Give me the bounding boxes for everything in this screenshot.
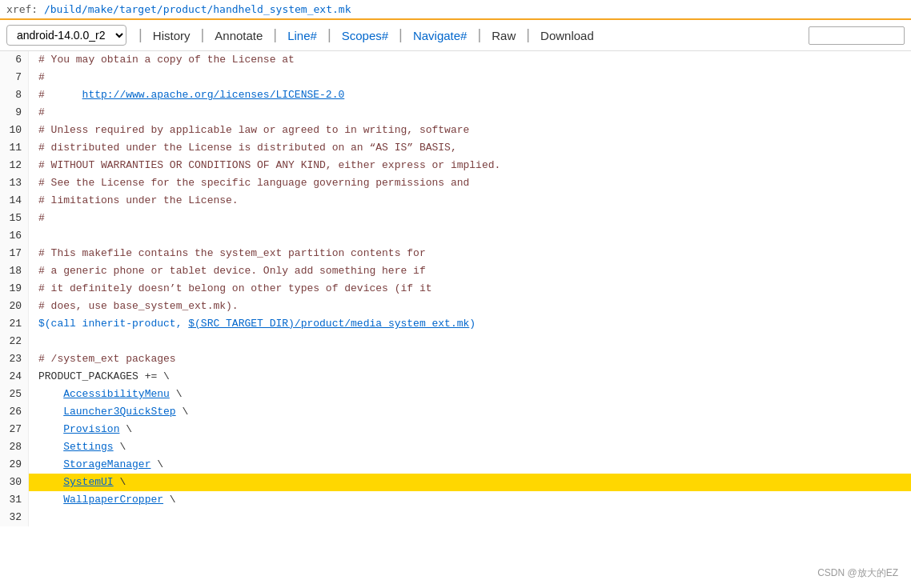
line-content: StorageManager \	[29, 456, 163, 474]
line-number: 19	[0, 280, 29, 298]
line-content: PRODUCT_PACKAGES += \	[29, 368, 170, 386]
package-link[interactable]: Provision	[63, 423, 119, 435]
line-number: 27	[0, 421, 29, 438]
line-number: 12	[0, 157, 29, 174]
sep-2: |	[198, 27, 207, 43]
search-input[interactable]	[809, 26, 905, 45]
sep-7: |	[524, 27, 532, 43]
line-number: 29	[0, 456, 29, 474]
license-link[interactable]: http://www.apache.org/licenses/LICENSE-2…	[82, 89, 345, 101]
line-number: 16	[0, 227, 29, 245]
table-row: 18# a generic phone or tablet device. On…	[0, 262, 911, 280]
package-link[interactable]: Launcher3QuickStep	[63, 406, 175, 418]
download-link[interactable]: Download	[536, 29, 599, 42]
line-content: # limitations under the License.	[29, 192, 239, 210]
scopes-link[interactable]: Scopes#	[337, 29, 393, 42]
line-number: 20	[0, 298, 29, 315]
line-content: #	[29, 210, 45, 227]
xref-bar: xref: /build/make/target/product/handhel…	[0, 0, 911, 20]
line-content: # distributed under the License is distr…	[29, 139, 457, 157]
table-row: 11# distributed under the License is dis…	[0, 139, 911, 157]
lineno-link[interactable]: Line#	[283, 29, 322, 42]
line-content: # WITHOUT WARRANTIES OR CONDITIONS OF AN…	[29, 157, 500, 174]
table-row: 13# See the License for the specific lan…	[0, 174, 911, 192]
call-keyword: $(call inherit-product,	[38, 318, 188, 330]
table-row: 28 Settings \	[0, 438, 911, 456]
sep-3: |	[271, 27, 279, 43]
table-row: 8# http://www.apache.org/licenses/LICENS…	[0, 86, 911, 104]
table-row: 15#	[0, 210, 911, 227]
line-content	[29, 333, 38, 350]
line-content: # http://www.apache.org/licenses/LICENSE…	[29, 86, 344, 104]
watermark: CSDN @放大的EZ	[817, 566, 898, 580]
line-number: 30	[0, 474, 29, 491]
version-select[interactable]: android-14.0.0_r2android-13.0.0_r1androi…	[6, 25, 126, 46]
line-number: 22	[0, 333, 29, 350]
line-number: 28	[0, 438, 29, 456]
inherit-product-link[interactable]: $(SRC_TARGET_DIR)/product/media_system_e…	[188, 318, 469, 330]
line-number: 18	[0, 262, 29, 280]
table-row: 32	[0, 509, 911, 526]
line-number: 32	[0, 509, 29, 526]
table-row: 30 SystemUI \	[0, 474, 911, 491]
line-number: 10	[0, 122, 29, 139]
line-number: 7	[0, 69, 29, 86]
table-row: 10# Unless required by applicable law or…	[0, 122, 911, 139]
line-number: 21	[0, 315, 29, 333]
package-link[interactable]: WallpaperCropper	[63, 494, 163, 506]
table-row: 22	[0, 333, 911, 350]
line-number: 13	[0, 174, 29, 192]
table-row: 31 WallpaperCropper \	[0, 491, 911, 509]
sep-5: |	[396, 27, 405, 43]
package-link[interactable]: SystemUI	[63, 476, 113, 488]
line-number: 25	[0, 386, 29, 403]
table-row: 14# limitations under the License.	[0, 192, 911, 210]
table-row: 17# This makefile contains the system_ex…	[0, 245, 911, 262]
line-content	[29, 227, 38, 245]
line-number: 24	[0, 368, 29, 386]
package-link[interactable]: StorageManager	[63, 458, 150, 470]
table-row: 23# /system_ext packages	[0, 350, 911, 368]
toolbar: android-14.0.0_r2android-13.0.0_r1androi…	[0, 20, 911, 51]
line-content: WallpaperCropper \	[29, 491, 176, 509]
line-number: 26	[0, 403, 29, 421]
line-number: 23	[0, 350, 29, 368]
line-number: 31	[0, 491, 29, 509]
navigate-link[interactable]: Navigate#	[408, 29, 472, 42]
line-content	[29, 509, 38, 526]
xref-label: xref:	[6, 3, 38, 15]
line-number: 11	[0, 139, 29, 157]
table-row: 25 AccessibilityMenu \	[0, 386, 911, 403]
line-content: # Unless required by applicable law or a…	[29, 122, 469, 139]
package-link[interactable]: AccessibilityMenu	[63, 388, 170, 400]
line-content: # /system_ext packages	[29, 350, 176, 368]
raw-link[interactable]: Raw	[487, 29, 520, 42]
table-row: 12# WITHOUT WARRANTIES OR CONDITIONS OF …	[0, 157, 911, 174]
sep-4: |	[325, 27, 334, 43]
line-number: 9	[0, 104, 29, 122]
line-content: Settings \	[29, 438, 126, 456]
annotate-link[interactable]: Annotate	[210, 29, 267, 42]
table-row: 9#	[0, 104, 911, 122]
table-row: 29 StorageManager \	[0, 456, 911, 474]
table-row: 16	[0, 227, 911, 245]
code-area: 6# You may obtain a copy of the License …	[0, 51, 911, 575]
line-content: # a generic phone or tablet device. Only…	[29, 262, 426, 280]
history-link[interactable]: History	[148, 29, 195, 42]
line-content: #	[29, 69, 45, 86]
xref-path: /build/make/target/product/handheld_syst…	[38, 3, 351, 15]
line-content: # See the License for the specific langu…	[29, 174, 469, 192]
table-row: 20# does, use base_system_ext.mk).	[0, 298, 911, 315]
line-number: 6	[0, 51, 29, 69]
table-row: 27 Provision \	[0, 421, 911, 438]
package-link[interactable]: Settings	[63, 441, 113, 453]
line-content: #	[29, 104, 45, 122]
table-row: 26 Launcher3QuickStep \	[0, 403, 911, 421]
line-content: $(call inherit-product, $(SRC_TARGET_DIR…	[29, 315, 476, 333]
table-row: 7#	[0, 69, 911, 86]
table-row: 6# You may obtain a copy of the License …	[0, 51, 911, 69]
sep-6: |	[475, 27, 484, 43]
line-number: 17	[0, 245, 29, 262]
line-content: # This makefile contains the system_ext …	[29, 245, 426, 262]
line-content: Launcher3QuickStep \	[29, 403, 188, 421]
